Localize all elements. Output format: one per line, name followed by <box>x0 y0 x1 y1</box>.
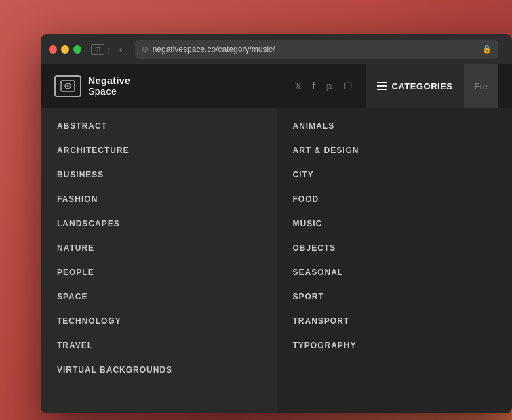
tab-chevron[interactable]: › <box>107 45 110 54</box>
maximize-button[interactable] <box>73 45 81 54</box>
minimize-button[interactable] <box>61 45 69 54</box>
category-nature[interactable]: NATURE <box>41 236 277 260</box>
category-sport[interactable]: SPORT <box>277 285 513 309</box>
tab-icon[interactable]: ⊡ <box>91 44 104 55</box>
instagram-icon[interactable]: ☐ <box>344 81 353 91</box>
category-objects[interactable]: OBJECTS <box>277 236 513 260</box>
dropdown-right-column: ANIMALS ART & DESIGN CITY FOOD MUSIC OBJ… <box>277 108 513 413</box>
category-transport[interactable]: TRANSPORT <box>277 309 513 333</box>
hamburger-line <box>377 82 387 83</box>
categories-label: CATEGORIES <box>392 81 453 91</box>
svg-point-2 <box>67 85 69 87</box>
category-fashion[interactable]: FASHION <box>41 187 277 211</box>
category-landscapes[interactable]: LANDSCAPES <box>41 211 277 236</box>
lock-icon: 🔒 <box>482 45 492 54</box>
logo-name-line2: Space <box>88 86 130 97</box>
category-city[interactable]: CITY <box>277 163 513 187</box>
browser-window: ⊡ › ‹ ⊙ negativespace.co/category/music/… <box>41 34 512 413</box>
category-travel[interactable]: TRAVEL <box>41 333 277 358</box>
hamburger-icon <box>377 82 387 90</box>
category-space[interactable]: SPACE <box>41 285 277 309</box>
nav-arrows: ‹ <box>119 44 123 55</box>
logo-name-line1: Negative <box>88 75 130 86</box>
category-animals[interactable]: ANIMALS <box>277 114 513 138</box>
category-architecture[interactable]: ARCHITECTURE <box>41 138 277 163</box>
pinterest-icon[interactable]: 𝕡 <box>326 81 333 91</box>
tab-controls: ⊡ › <box>91 44 110 55</box>
camera-icon: ⊙ <box>142 45 149 54</box>
category-art-design[interactable]: ART & DESIGN <box>277 138 513 163</box>
back-button[interactable]: ‹ <box>119 44 123 55</box>
facebook-icon[interactable]: f <box>313 81 315 91</box>
logo-icon <box>54 75 81 97</box>
free-label: Fre <box>475 81 488 91</box>
category-technology[interactable]: TECHNOLOGY <box>41 309 277 333</box>
category-food[interactable]: FOOD <box>277 187 513 211</box>
logo-area: Negative Space <box>54 75 130 97</box>
close-button[interactable] <box>49 45 57 54</box>
category-virtual-backgrounds[interactable]: VIRTUAL BACKGROUNDS <box>41 358 277 382</box>
address-bar[interactable]: ⊙ negativespace.co/category/music/ 🔒 <box>135 40 498 59</box>
hamburger-line <box>377 85 387 87</box>
logo-text: Negative Space <box>88 75 130 97</box>
browser-content: 1880 Negative <box>41 64 512 413</box>
category-seasonal[interactable]: SEASONAL <box>277 260 513 285</box>
category-abstract[interactable]: ABSTRACT <box>41 114 277 138</box>
category-people[interactable]: PEOPLE <box>41 260 277 285</box>
site-header: Negative Space 𝕏 f 𝕡 ☐ CAT <box>41 64 512 108</box>
traffic-lights <box>49 45 81 54</box>
twitter-icon[interactable]: 𝕏 <box>294 81 302 91</box>
categories-dropdown: ABSTRACT ARCHITECTURE BUSINESS FASHION L… <box>41 108 512 413</box>
categories-button[interactable]: CATEGORIES <box>366 64 464 108</box>
category-business[interactable]: BUSINESS <box>41 163 277 187</box>
desktop: ⊡ › ‹ ⊙ negativespace.co/category/music/… <box>0 0 512 420</box>
address-text: negativespace.co/category/music/ <box>153 45 478 54</box>
category-typography[interactable]: TYPOGRAPHY <box>277 333 513 358</box>
social-icons: 𝕏 f 𝕡 ☐ <box>294 81 353 91</box>
title-bar: ⊡ › ‹ ⊙ negativespace.co/category/music/… <box>41 34 512 64</box>
hamburger-line <box>377 89 387 90</box>
category-music[interactable]: MUSIC <box>277 211 513 236</box>
dropdown-left-column: ABSTRACT ARCHITECTURE BUSINESS FASHION L… <box>41 108 277 413</box>
free-button[interactable]: Fre <box>464 64 499 108</box>
